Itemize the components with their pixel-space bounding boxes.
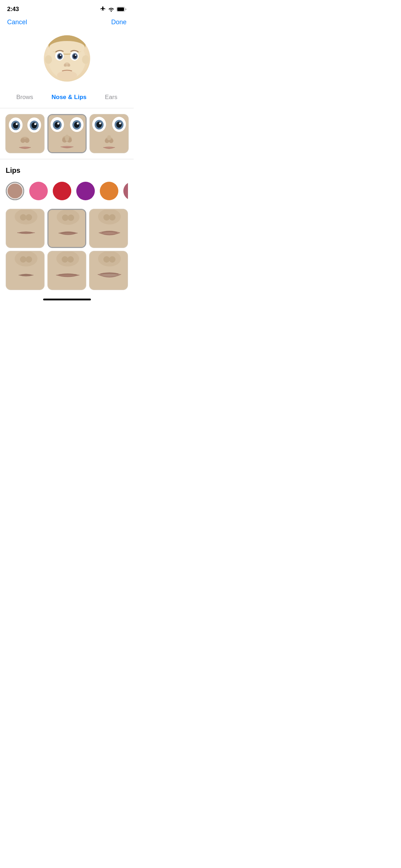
svg-point-81	[109, 256, 115, 263]
color-swatch-taupe[interactable]	[6, 182, 24, 200]
svg-point-14	[60, 55, 61, 56]
lip-row-2	[6, 251, 128, 290]
lips-section: Lips	[0, 159, 134, 290]
color-swatch-red[interactable]	[53, 182, 71, 200]
svg-point-38	[74, 122, 79, 128]
svg-point-52	[99, 122, 101, 124]
svg-point-65	[68, 215, 74, 221]
svg-point-60	[20, 214, 26, 221]
svg-point-72	[20, 256, 26, 263]
svg-point-30	[20, 138, 25, 143]
lip-option-6[interactable]	[89, 251, 128, 290]
avatar-section	[0, 32, 134, 92]
nose-option-2[interactable]	[47, 114, 87, 153]
tab-nose-lips[interactable]: Nose & Lips	[48, 92, 90, 102]
memoji-svg	[44, 35, 90, 82]
svg-point-51	[116, 122, 122, 128]
tab-ears[interactable]: Ears	[101, 92, 121, 102]
done-button[interactable]: Done	[111, 19, 127, 26]
lip-option-3[interactable]	[89, 209, 128, 248]
lip-option-1[interactable]	[6, 209, 45, 248]
svg-point-37	[55, 122, 60, 128]
svg-point-27	[15, 123, 17, 125]
svg-rect-1	[117, 7, 124, 11]
lip-option-2[interactable]	[47, 209, 86, 248]
avatar	[44, 35, 90, 82]
svg-point-53	[119, 122, 121, 124]
svg-point-7	[49, 41, 85, 54]
status-time: 2:43	[7, 6, 19, 13]
svg-point-68	[103, 214, 110, 221]
svg-point-77	[67, 256, 74, 263]
status-icons	[100, 6, 127, 12]
nose-option-1[interactable]	[5, 114, 45, 153]
color-swatch-pink[interactable]	[29, 182, 48, 200]
svg-point-61	[26, 214, 32, 221]
status-bar: 2:43	[0, 0, 134, 16]
svg-point-4	[82, 55, 89, 64]
lip-option-4[interactable]	[6, 251, 45, 290]
wifi-icon	[108, 7, 114, 12]
svg-point-39	[57, 123, 59, 125]
svg-point-18	[67, 64, 70, 67]
lip-option-5[interactable]	[47, 251, 86, 290]
battery-icon	[117, 7, 127, 12]
nav-bar: Cancel Done	[0, 16, 134, 32]
color-swatches	[6, 182, 128, 209]
svg-point-3	[45, 55, 52, 64]
lip-row-1	[6, 209, 128, 248]
cancel-button[interactable]: Cancel	[7, 19, 27, 26]
lips-title: Lips	[6, 166, 128, 175]
svg-point-80	[103, 256, 110, 263]
airplane-icon	[100, 6, 106, 12]
home-indicator-container	[0, 296, 134, 303]
svg-point-19	[57, 71, 77, 79]
svg-point-26	[31, 122, 37, 128]
svg-point-40	[77, 123, 79, 125]
svg-point-73	[26, 256, 32, 263]
svg-point-28	[34, 123, 36, 125]
svg-point-44	[65, 135, 69, 141]
home-indicator	[43, 299, 91, 300]
color-swatch-mauve[interactable]	[123, 182, 128, 200]
svg-point-17	[64, 64, 67, 67]
svg-point-50	[96, 122, 102, 128]
svg-point-31	[25, 138, 29, 143]
svg-point-64	[62, 215, 68, 221]
category-tabs: Brows Nose & Lips Ears	[0, 92, 134, 108]
color-swatch-orange[interactable]	[100, 182, 118, 200]
svg-rect-57	[107, 135, 111, 140]
nose-options	[0, 108, 134, 159]
lip-style-grid	[6, 209, 128, 290]
svg-point-15	[75, 55, 76, 56]
color-swatch-purple[interactable]	[76, 182, 95, 200]
tab-brows[interactable]: Brows	[13, 92, 37, 102]
svg-point-76	[62, 256, 68, 263]
svg-point-69	[109, 214, 115, 221]
svg-point-25	[13, 122, 18, 128]
nose-option-3[interactable]	[89, 114, 129, 153]
